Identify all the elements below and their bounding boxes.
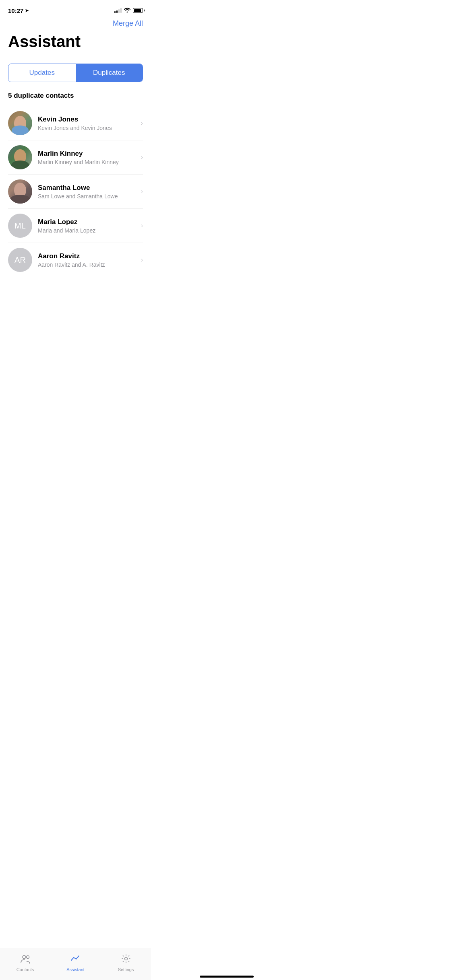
signal-bar-1	[114, 11, 116, 13]
list-item[interactable]: Samantha Lowe Sam Lowe and Samantha Lowe…	[8, 175, 143, 209]
page-title: Assistant	[8, 33, 143, 50]
status-icons	[114, 8, 143, 14]
list-item[interactable]: Kevin Jones Kevin Jones and Kevin Jones …	[8, 106, 143, 140]
chevron-right-icon: ›	[141, 119, 143, 127]
chevron-right-icon: ›	[141, 154, 143, 161]
contact-info: Aaron Ravitz Aaron Ravitz and A. Ravitz	[38, 252, 138, 268]
contact-info: Samantha Lowe Sam Lowe and Samantha Lowe	[38, 184, 138, 200]
contact-name: Kevin Jones	[38, 115, 138, 124]
signal-bar-3	[118, 9, 120, 13]
avatar	[8, 111, 32, 135]
duplicate-count: 5 duplicate contacts	[8, 89, 143, 105]
contact-list: Kevin Jones Kevin Jones and Kevin Jones …	[8, 106, 143, 277]
status-time: 10:27 ➤	[8, 7, 29, 14]
contact-info: Kevin Jones Kevin Jones and Kevin Jones	[38, 115, 138, 131]
contact-name: Samantha Lowe	[38, 184, 138, 192]
avatar	[8, 145, 32, 169]
wifi-icon	[124, 8, 130, 14]
list-item[interactable]: Marlin Kinney Marlin Kinney and Marlin K…	[8, 140, 143, 175]
merge-all-button[interactable]: Merge All	[113, 19, 143, 28]
tab-duplicates[interactable]: Duplicates	[76, 64, 143, 82]
chevron-right-icon: ›	[141, 256, 143, 264]
location-icon: ➤	[25, 8, 29, 13]
main-content: Merge All Assistant Updates Duplicates 5…	[0, 18, 151, 317]
avatar-placeholder: AR	[8, 248, 32, 272]
tab-updates[interactable]: Updates	[8, 64, 76, 82]
list-item[interactable]: ML Maria Lopez Maria and Maria Lopez ›	[8, 209, 143, 243]
contact-sub: Marlin Kinney and Marlin Kinney	[38, 159, 138, 165]
avatar-placeholder: ML	[8, 214, 32, 238]
contact-name: Aaron Ravitz	[38, 252, 138, 260]
contact-sub: Maria and Maria Lopez	[38, 227, 138, 234]
divider	[0, 57, 151, 57]
signal-bar-2	[116, 10, 118, 13]
merge-all-container: Merge All	[8, 18, 143, 33]
contact-info: Marlin Kinney Marlin Kinney and Marlin K…	[38, 150, 138, 165]
battery-fill	[134, 9, 141, 12]
list-item[interactable]: AR Aaron Ravitz Aaron Ravitz and A. Ravi…	[8, 243, 143, 277]
signal-bar-4	[120, 8, 122, 13]
status-bar: 10:27 ➤	[0, 0, 151, 18]
contact-sub: Sam Lowe and Samantha Lowe	[38, 193, 138, 200]
chevron-right-icon: ›	[141, 222, 143, 229]
chevron-right-icon: ›	[141, 188, 143, 195]
contact-sub: Aaron Ravitz and A. Ravitz	[38, 261, 138, 268]
contact-name: Marlin Kinney	[38, 150, 138, 158]
avatar	[8, 179, 32, 204]
battery-icon	[133, 8, 143, 13]
clock: 10:27	[8, 7, 23, 14]
contact-sub: Kevin Jones and Kevin Jones	[38, 125, 138, 131]
segment-control: Updates Duplicates	[8, 64, 143, 82]
contact-name: Maria Lopez	[38, 218, 138, 226]
signal-bars	[114, 8, 122, 13]
contact-info: Maria Lopez Maria and Maria Lopez	[38, 218, 138, 234]
